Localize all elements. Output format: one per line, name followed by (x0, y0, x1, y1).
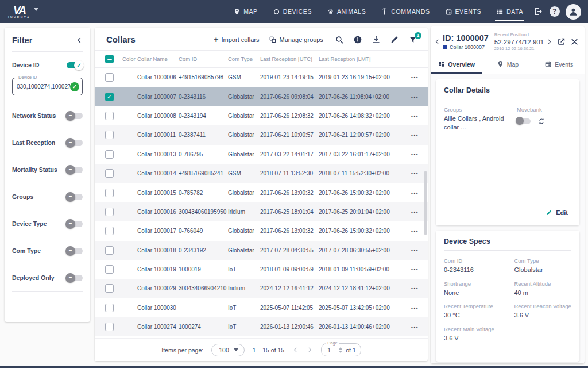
nav-item-label: DATA (506, 8, 523, 15)
nav-item-data[interactable]: DATA (496, 0, 523, 23)
row-menu-button[interactable]: ••• (399, 305, 420, 310)
movebank-toggle[interactable] (517, 118, 531, 124)
table-row[interactable]: Collar 1000274 1000274 IoT 2026-01-13 12… (95, 317, 428, 336)
info-button[interactable] (353, 35, 362, 44)
com-type: Globalstar (228, 113, 260, 119)
last-reception-utc: 2026-01-13 12:00:46 (260, 324, 319, 330)
page-stepper[interactable] (339, 347, 342, 353)
close-icon[interactable] (570, 37, 579, 46)
avatar[interactable] (566, 4, 581, 20)
device-id-input[interactable] (17, 83, 70, 90)
table-row[interactable]: Collar 1000015 0-785782 Globalstar 2017-… (95, 183, 428, 202)
manage-groups-button[interactable]: Manage groups (269, 36, 323, 44)
table-row[interactable]: Collar 1000013 0-786795 Globalstar 2017-… (95, 145, 428, 164)
row-menu-button[interactable]: ••• (399, 113, 420, 118)
row-menu-button[interactable]: ••• (399, 75, 420, 80)
table-row[interactable]: Collar 1000029 300434066904210 Iridium 2… (95, 279, 428, 298)
table-row[interactable]: Collar 1000007 0-2343116 Globalstar 2017… (95, 87, 428, 106)
brand-caret-icon[interactable] (34, 8, 38, 11)
filter-toggle[interactable] (67, 194, 83, 200)
edit-button[interactable]: Edit (542, 207, 571, 218)
row-menu-button[interactable]: ••• (399, 152, 420, 157)
row-checkbox[interactable] (105, 169, 114, 178)
table-row[interactable]: Collar 1000006 +4915169085798 GSM 2019-0… (95, 68, 428, 87)
row-menu-button[interactable]: ••• (399, 228, 420, 233)
nav-item-commands[interactable]: COMMANDS (381, 0, 430, 23)
spec-value: Globalstar (514, 266, 571, 274)
row-checkbox[interactable] (105, 189, 114, 197)
row-checkbox[interactable] (105, 304, 114, 312)
filter-toggle[interactable] (67, 167, 83, 173)
table-row[interactable]: Collar 1000008 0-2343194 Globalstar 2017… (95, 106, 428, 125)
next-page-button[interactable] (307, 347, 313, 353)
export-icon[interactable] (533, 6, 544, 17)
items-per-page-select[interactable]: 100 (211, 344, 245, 356)
collar-name: Collar 1000016 (137, 209, 179, 215)
nav-item-events[interactable]: EVENTS (445, 0, 482, 23)
tab-overview[interactable]: Overview (431, 55, 482, 74)
map-pin-icon (233, 8, 241, 16)
help-button[interactable]: ? (550, 6, 560, 17)
sync-icon[interactable] (537, 117, 546, 125)
row-checkbox[interactable] (105, 73, 114, 82)
nav-item-animals[interactable]: ANIMALS (327, 0, 366, 23)
row-menu-button[interactable]: ••• (399, 248, 420, 253)
tab-map[interactable]: Map (482, 55, 533, 74)
select-all-checkbox[interactable] (105, 55, 114, 63)
table-row[interactable]: Collar 1000014 +4915169085241 GSM 2018-0… (95, 164, 428, 183)
recent-position-label: Recent Position L (494, 32, 544, 38)
row-checkbox[interactable] (105, 246, 114, 255)
filter-toggle[interactable] (67, 221, 83, 227)
search-button[interactable] (335, 35, 344, 44)
row-checkbox[interactable] (105, 284, 114, 293)
table-row[interactable]: Collar 1000016 300434060195950 Iridium 2… (95, 202, 428, 221)
table-scrollbar[interactable] (424, 68, 427, 338)
row-menu-button[interactable]: ••• (399, 324, 420, 329)
row-menu-button[interactable]: ••• (399, 209, 420, 214)
nav-item-devices[interactable]: DEVICES (273, 0, 312, 23)
open-in-new-icon[interactable] (557, 37, 566, 46)
row-checkbox[interactable] (105, 265, 114, 274)
collapse-filter-icon[interactable] (76, 37, 83, 44)
edit-list-button[interactable] (390, 35, 399, 44)
movebank-label: Movebank (517, 106, 571, 113)
filter-toggle[interactable] (67, 113, 83, 119)
row-menu-button[interactable]: ••• (399, 94, 420, 99)
filter-list-button[interactable]: 1 (408, 35, 417, 44)
filter-toggle[interactable] (67, 248, 83, 254)
download-button[interactable] (372, 35, 381, 44)
col-com-type: Com Type (228, 56, 260, 62)
device-specs-title: Device Specs (444, 237, 571, 251)
table-row[interactable]: Collar 1000030 IoT 2025-05-07 11:42:05 2… (95, 298, 428, 317)
row-menu-button[interactable]: ••• (399, 190, 420, 195)
prev-page-button[interactable] (292, 347, 299, 353)
filter-toggle[interactable] (67, 275, 83, 281)
spec-label: Com Type (514, 258, 571, 264)
tab-events[interactable]: Events (533, 55, 585, 74)
row-menu-button[interactable]: ••• (399, 171, 420, 176)
page-number-input[interactable]: 1 (327, 347, 335, 354)
device-id-toggle[interactable] (67, 62, 83, 68)
row-menu-button[interactable]: ••• (399, 267, 420, 272)
grid-icon (438, 60, 445, 68)
table-row[interactable]: Collar 1000011 0-2387411 Globalstar 2017… (95, 125, 428, 144)
row-checkbox[interactable] (105, 131, 114, 139)
row-checkbox[interactable] (105, 208, 114, 216)
row-menu-button[interactable]: ••• (399, 132, 420, 137)
row-checkbox[interactable] (105, 323, 114, 331)
table-row[interactable]: Collar 1000017 0-766049 Globalstar 2017-… (95, 221, 428, 240)
next-record-button[interactable] (546, 39, 552, 45)
table-row[interactable]: Collar 1000018 0-2343192 Globalstar 2017… (95, 241, 428, 260)
table-row[interactable]: Collar 1000019 1000019 IoT 2018-01-09 09… (95, 260, 428, 279)
row-checkbox[interactable] (105, 112, 114, 120)
brand-logo[interactable]: VA INVENTA (8, 5, 38, 19)
import-collars-button[interactable]: + Import collars (214, 36, 259, 44)
row-menu-button[interactable]: ••• (399, 286, 420, 291)
prev-record-button[interactable] (434, 39, 440, 45)
row-checkbox[interactable] (105, 93, 114, 101)
scrollbar-thumb[interactable] (424, 171, 427, 236)
nav-item-map[interactable]: MAP (233, 0, 258, 23)
row-checkbox[interactable] (105, 150, 114, 159)
row-checkbox[interactable] (105, 227, 114, 235)
filter-toggle[interactable] (67, 140, 83, 146)
